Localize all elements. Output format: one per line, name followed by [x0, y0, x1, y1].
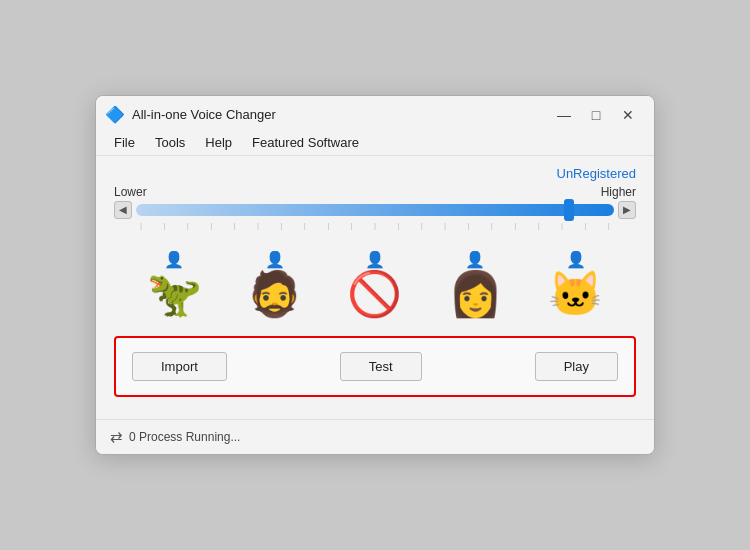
- avatar-dragon[interactable]: 👤 🦖: [147, 252, 202, 318]
- avatar-pin-man: 👤: [265, 252, 285, 268]
- menu-tools[interactable]: Tools: [145, 132, 195, 153]
- higher-label: Higher: [601, 185, 636, 199]
- slider-labels: Lower Higher: [114, 185, 636, 199]
- menu-featured-software[interactable]: Featured Software: [242, 132, 369, 153]
- ruler-ticks-row: | | | | | | | | | | | | | | | | |: [114, 221, 636, 230]
- window-controls: — □ ✕: [550, 104, 642, 126]
- slider-outer[interactable]: [136, 201, 614, 219]
- minimize-button[interactable]: —: [550, 104, 578, 126]
- avatar-emoji-cat: 🐱: [548, 270, 603, 318]
- slider-thumb[interactable]: [564, 199, 574, 221]
- status-text: 0 Process Running...: [129, 430, 240, 444]
- avatar-emoji-woman: 👩: [448, 270, 503, 318]
- avatar-emoji-none: 🚫: [347, 270, 402, 318]
- avatar-cat[interactable]: 👤 🐱: [548, 252, 603, 318]
- import-button[interactable]: Import: [132, 352, 227, 381]
- window-title: All-in-one Voice Changer: [132, 107, 542, 122]
- avatar-pin-dragon: 👤: [164, 252, 184, 268]
- avatar-pin-cat: 👤: [566, 252, 586, 268]
- slider-left-arrow[interactable]: ◀: [114, 201, 132, 219]
- avatar-woman[interactable]: 👤 👩: [448, 252, 503, 318]
- slider-background: [136, 204, 614, 216]
- title-bar: 🔷 All-in-one Voice Changer — □ ✕: [96, 96, 654, 130]
- action-box: Import Test Play: [114, 336, 636, 397]
- menu-file[interactable]: File: [104, 132, 145, 153]
- process-icon: ⇄: [110, 428, 123, 446]
- avatar-pin-none: 👤: [365, 252, 385, 268]
- menu-bar: File Tools Help Featured Software: [96, 130, 654, 156]
- main-content: UnRegistered Lower Higher ◀ ▶ |: [96, 156, 654, 419]
- play-button[interactable]: Play: [535, 352, 618, 381]
- test-button[interactable]: Test: [340, 352, 422, 381]
- avatar-emoji-man: 🧔: [247, 270, 302, 318]
- avatar-pin-woman: 👤: [465, 252, 485, 268]
- slider-track-container: ◀ ▶: [114, 201, 636, 219]
- unregistered-label[interactable]: UnRegistered: [557, 166, 637, 181]
- registration-row: UnRegistered: [114, 164, 636, 185]
- close-button[interactable]: ✕: [614, 104, 642, 126]
- lower-label: Lower: [114, 185, 147, 199]
- main-window: 🔷 All-in-one Voice Changer — □ ✕ File To…: [95, 95, 655, 455]
- avatar-none[interactable]: 👤 🚫: [347, 252, 402, 318]
- slider-right-arrow[interactable]: ▶: [618, 201, 636, 219]
- pitch-slider-section: Lower Higher ◀ ▶ | | | | |: [114, 185, 636, 230]
- status-bar: ⇄ 0 Process Running...: [96, 419, 654, 454]
- menu-help[interactable]: Help: [195, 132, 242, 153]
- avatar-emoji-dragon: 🦖: [147, 270, 202, 318]
- avatar-man[interactable]: 👤 🧔: [247, 252, 302, 318]
- app-icon: 🔷: [106, 106, 124, 124]
- maximize-button[interactable]: □: [582, 104, 610, 126]
- avatars-row: 👤 🦖 👤 🧔 👤 🚫 👤 👩 👤 🐱: [114, 236, 636, 328]
